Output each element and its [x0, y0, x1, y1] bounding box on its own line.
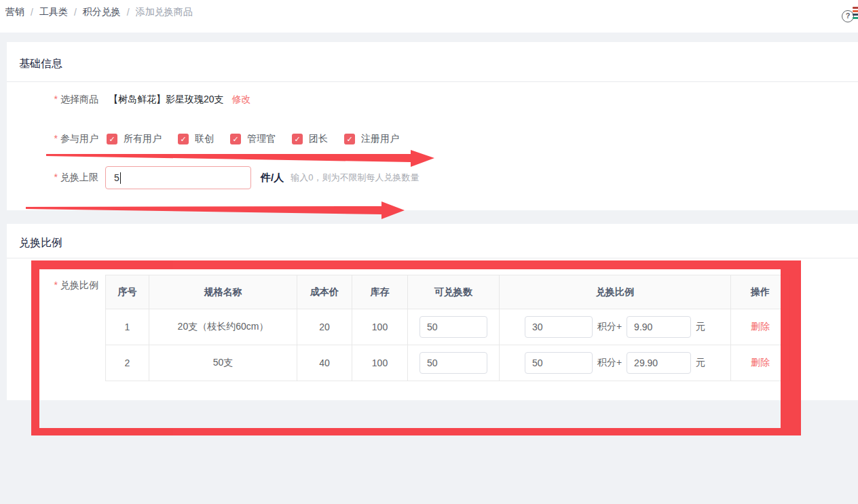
- points-input[interactable]: [525, 316, 593, 338]
- cell-stock: 100: [352, 309, 408, 345]
- price-input[interactable]: [627, 352, 691, 374]
- cell-redeemable: [408, 309, 500, 345]
- cell-action: 删除: [731, 345, 790, 381]
- checkbox-checked-icon: ✓: [292, 134, 303, 144]
- cell-ratio: 积分+ 元: [500, 345, 731, 381]
- checkbox-checked-icon: ✓: [344, 134, 355, 144]
- checkbox-checked-icon: ✓: [178, 134, 189, 144]
- topbar: 营销 / 工具类 / 积分兑换 / 添加兑换商品 ?: [0, 0, 858, 33]
- select-product-row: *选择商品 【树岛鲜花】影星玫瑰20支 修改: [7, 92, 858, 107]
- participants-row: *参与用户 ✓ 所有用户 ✓ 联创 ✓ 管理官 ✓ 团长 ✓ 注册用户: [7, 132, 858, 147]
- required-asterisk: *: [54, 133, 58, 144]
- checkbox-checked-icon: ✓: [107, 134, 117, 144]
- cell-spec: 50支: [149, 345, 297, 381]
- column-header-spec: 规格名称: [149, 275, 297, 309]
- cell-redeemable: [408, 345, 500, 381]
- breadcrumb-item-marketing[interactable]: 营销: [5, 6, 24, 18]
- table-row: 2 50支 40 100 积分+ 元 删除: [106, 345, 790, 381]
- spec-table: 序号 规格名称 成本价 库存 可兑换数 兑换比例 操作 1 20支（枝长约60c…: [105, 275, 790, 381]
- basic-info-title: 基础信息: [19, 57, 62, 71]
- exchange-ratio-title: 兑换比例: [19, 236, 62, 250]
- price-input[interactable]: [627, 316, 691, 338]
- cell-action: 删除: [731, 309, 790, 345]
- cell-cost: 20: [297, 309, 352, 345]
- checkbox-group-leader[interactable]: ✓ 团长: [292, 133, 328, 145]
- checkbox-label: 管理官: [247, 133, 276, 145]
- column-header-index: 序号: [106, 275, 149, 309]
- table-row: 1 20支（枝长约60cm） 20 100 积分+ 元 删除: [106, 309, 790, 345]
- topbar-actions: ?: [842, 0, 858, 33]
- clipped-toolbar-icon[interactable]: [853, 7, 858, 19]
- column-header-redeemable: 可兑换数: [408, 275, 500, 309]
- checkbox-label: 联创: [195, 133, 214, 145]
- cell-stock: 100: [352, 345, 408, 381]
- breadcrumb-item-points-exchange[interactable]: 积分兑换: [83, 6, 121, 18]
- cell-spec: 20支（枝长约60cm）: [149, 309, 297, 345]
- price-suffix-label: 元: [696, 321, 705, 333]
- column-header-cost: 成本价: [297, 275, 352, 309]
- participants-label: *参与用户: [7, 133, 98, 145]
- breadcrumb-item-tools[interactable]: 工具类: [39, 6, 68, 18]
- cell-index: 2: [106, 345, 149, 381]
- column-header-ratio: 兑换比例: [500, 275, 731, 309]
- basic-info-card: 基础信息 *选择商品 【树岛鲜花】影星玫瑰20支 修改 *参与用户 ✓ 所有用户…: [7, 42, 858, 210]
- checkbox-label: 团长: [309, 133, 328, 145]
- limit-hint: 输入0，则为不限制每人兑换数量: [291, 172, 419, 184]
- price-suffix-label: 元: [696, 357, 705, 369]
- required-asterisk: *: [54, 94, 58, 104]
- divider: [7, 81, 858, 82]
- breadcrumb: 营销 / 工具类 / 积分兑换 / 添加兑换商品: [5, 6, 193, 18]
- checkbox-label: 所有用户: [124, 133, 162, 145]
- required-asterisk: *: [54, 172, 58, 182]
- checkbox-registered-user[interactable]: ✓ 注册用户: [344, 133, 399, 145]
- table-header-row: 序号 规格名称 成本价 库存 可兑换数 兑换比例 操作: [106, 275, 790, 309]
- points-input[interactable]: [525, 352, 593, 374]
- breadcrumb-separator: /: [31, 7, 33, 18]
- exchange-limit-label: *兑换上限: [7, 172, 98, 184]
- points-suffix-label: 积分+: [597, 321, 622, 333]
- points-suffix-label: 积分+: [597, 357, 622, 369]
- checkbox-all-users[interactable]: ✓ 所有用户: [107, 133, 162, 145]
- select-product-label: *选择商品: [7, 94, 98, 106]
- exchange-limit-row: *兑换上限 5 件/人 输入0，则为不限制每人兑换数量: [7, 166, 858, 189]
- required-asterisk: *: [54, 279, 58, 290]
- exchange-limit-value: 5: [114, 172, 119, 183]
- column-header-action: 操作: [731, 275, 790, 309]
- delete-row-link[interactable]: 删除: [751, 321, 770, 332]
- cell-cost: 40: [297, 345, 352, 381]
- divider: [7, 258, 858, 258]
- breadcrumb-separator: /: [127, 7, 130, 18]
- exchange-limit-input[interactable]: 5: [105, 166, 251, 189]
- delete-row-link[interactable]: 删除: [751, 357, 770, 368]
- exchange-ratio-field-label: *兑换比例: [7, 279, 98, 292]
- checkbox-checked-icon: ✓: [230, 134, 241, 144]
- redeemable-input[interactable]: [419, 352, 487, 374]
- checkbox-cofounder[interactable]: ✓ 联创: [178, 133, 214, 145]
- cell-ratio: 积分+ 元: [500, 309, 731, 345]
- checkbox-manager[interactable]: ✓ 管理官: [230, 133, 276, 145]
- checkbox-label: 注册用户: [361, 133, 399, 145]
- cell-index: 1: [106, 309, 149, 345]
- limit-unit: 件/人: [261, 172, 284, 185]
- breadcrumb-separator: /: [74, 7, 77, 18]
- column-header-stock: 库存: [352, 275, 408, 309]
- redeemable-input[interactable]: [419, 316, 487, 338]
- exchange-ratio-card: 兑换比例 *兑换比例 序号 规格名称 成本价 库存 可兑换数 兑换比例 操作 1…: [7, 224, 858, 400]
- breadcrumb-item-current: 添加兑换商品: [136, 6, 193, 18]
- text-caret: [120, 172, 122, 184]
- selected-product-name: 【树岛鲜花】影星玫瑰20支: [109, 94, 224, 106]
- page: { "breadcrumb": { "separator": "/", "ite…: [0, 0, 858, 504]
- edit-product-link[interactable]: 修改: [232, 94, 251, 106]
